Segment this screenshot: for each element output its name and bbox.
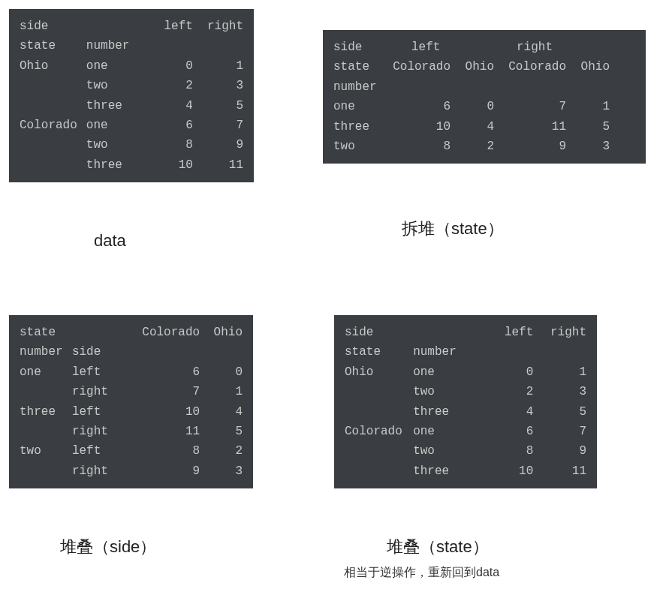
- dataframe-panel-stack-state: side left right state number Ohio one 0 …: [334, 315, 597, 488]
- cell-number: one: [86, 116, 144, 135]
- header-row: state Colorado Ohio: [20, 323, 243, 342]
- cell-value: 9: [193, 135, 243, 155]
- col-label-ohio: Ohio: [566, 57, 610, 77]
- header-row: side left right: [20, 17, 243, 36]
- cell-value: 3: [193, 76, 243, 95]
- index-row: state number: [20, 36, 243, 56]
- table-row: three 10 4 11 5: [333, 117, 610, 137]
- cell-value: 4: [200, 402, 243, 422]
- cell-value: 4: [451, 117, 494, 137]
- col-label-right: right: [494, 38, 566, 57]
- cell-value: 3: [200, 461, 243, 481]
- table-row: three 10 11: [345, 461, 586, 481]
- cell-value: 1: [533, 362, 586, 382]
- cell-value: 7: [193, 116, 243, 135]
- cell-value: 2: [481, 382, 533, 401]
- cell-value: 4: [144, 96, 193, 116]
- col-label-colorado: Colorado: [128, 323, 200, 342]
- cell-value: 5: [566, 117, 610, 137]
- cell-number: one: [413, 362, 481, 382]
- col-label-side: side: [20, 17, 86, 36]
- index-row: state number: [345, 342, 586, 362]
- table-row: one left 6 0: [20, 362, 243, 382]
- cell-state: Colorado: [345, 422, 413, 441]
- col-label-ohio: Ohio: [200, 323, 243, 342]
- cell-value: 10: [383, 117, 451, 137]
- cell-value: 10: [144, 155, 193, 175]
- cell-value: 0: [200, 362, 243, 382]
- caption-unstack-state: 拆堆（state）: [402, 218, 504, 240]
- cell-value: 2: [200, 441, 243, 461]
- cell-side: left: [72, 402, 128, 422]
- index-label-number: number: [86, 36, 144, 56]
- cell-value: 1: [566, 97, 610, 116]
- cell-number: three: [333, 117, 383, 137]
- cell-value: 11: [193, 155, 243, 175]
- cell-number: two: [413, 382, 481, 401]
- cell-value: 1: [193, 56, 243, 76]
- dataframe-table: side left right state number Ohio one 0 …: [20, 17, 243, 175]
- cell-number: two: [86, 135, 144, 155]
- table-row: Ohio one 0 1: [345, 362, 586, 382]
- table-row: Colorado one 6 7: [345, 422, 586, 441]
- cell-state: Ohio: [20, 56, 86, 76]
- cell-value: 8: [128, 441, 200, 461]
- table-row: three 4 5: [345, 402, 586, 422]
- cell-side: right: [72, 422, 128, 441]
- index-label-number: number: [20, 342, 72, 362]
- cell-value: 8: [383, 137, 451, 156]
- dataframe-panel-data: side left right state number Ohio one 0 …: [9, 9, 254, 182]
- cell-value: 11: [533, 461, 586, 481]
- cell-value: 9: [494, 137, 566, 156]
- cell-value: 10: [128, 402, 200, 422]
- col-label-state: state: [333, 57, 383, 77]
- cell-value: 8: [144, 135, 193, 155]
- cell-state: Ohio: [345, 362, 413, 382]
- caption-data: data: [94, 231, 126, 251]
- table-row: right 11 5: [20, 422, 243, 441]
- table-row: one 6 0 7 1: [333, 97, 610, 116]
- table-row: two 8 9: [345, 441, 586, 461]
- index-row: number: [333, 77, 610, 97]
- cell-side: right: [72, 382, 128, 401]
- cell-value: 0: [481, 362, 533, 382]
- col-label-left: left: [383, 38, 451, 57]
- table-row: right 7 1: [20, 382, 243, 401]
- cell-value: 4: [481, 402, 533, 422]
- table-row: three 10 11: [20, 155, 243, 175]
- cell-value: 6: [128, 362, 200, 382]
- col-label-side: side: [345, 323, 413, 342]
- col-label-right: right: [533, 323, 586, 342]
- cell-number: three: [86, 155, 144, 175]
- cell-number: one: [20, 362, 72, 382]
- cell-value: 5: [193, 96, 243, 116]
- table-row: two 8 2 9 3: [333, 137, 610, 156]
- caption-stack-state: 堆叠（state）: [387, 536, 489, 558]
- cell-value: 5: [533, 402, 586, 422]
- cell-value: 9: [533, 441, 586, 461]
- col-label-right: right: [193, 17, 243, 36]
- cell-value: 7: [533, 422, 586, 441]
- cell-value: 2: [144, 76, 193, 95]
- cell-number: two: [333, 137, 383, 156]
- index-label-number: number: [333, 77, 383, 97]
- col-label-colorado: Colorado: [383, 57, 451, 77]
- index-label-side: side: [72, 342, 128, 362]
- cell-number: three: [20, 402, 72, 422]
- cell-number: two: [86, 76, 144, 95]
- col-label-left: left: [144, 17, 193, 36]
- col-label-ohio: Ohio: [451, 57, 494, 77]
- index-label-number: number: [413, 342, 481, 362]
- table-row: Colorado one 6 7: [20, 116, 243, 135]
- cell-value: 11: [128, 422, 200, 441]
- cell-number: three: [86, 96, 144, 116]
- cell-value: 1: [200, 382, 243, 401]
- cell-value: 0: [144, 56, 193, 76]
- col-label-side: side: [333, 38, 383, 57]
- cell-value: 7: [494, 97, 566, 116]
- cell-number: two: [413, 441, 481, 461]
- cell-value: 7: [128, 382, 200, 401]
- cell-state: Colorado: [20, 116, 86, 135]
- cell-number: two: [20, 441, 72, 461]
- table-row: two 8 9: [20, 135, 243, 155]
